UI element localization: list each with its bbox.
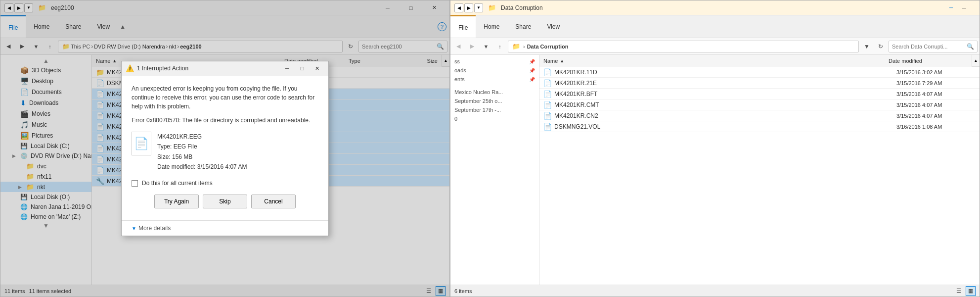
right-nav-forward[interactable]: ▶ [466, 41, 478, 52]
right-tab-share[interactable]: Share [507, 15, 539, 38]
right-file-date: 3/15/2016 4:07 AM [896, 102, 976, 108]
try-again-button[interactable]: Try Again [154, 195, 199, 208]
dialog-buttons: Try Again Skip Cancel [132, 195, 318, 208]
file-info-type: Type: EEG File [157, 142, 247, 151]
pin-icon-3[interactable]: 📌 [529, 77, 535, 82]
right-file-date: 3/15/2016 3:02 AM [896, 69, 976, 75]
right-quick-btn-3[interactable]: ▼ [474, 3, 483, 12]
right-path-label: Data Corruption [527, 44, 569, 50]
right-tab-view[interactable]: View [539, 15, 568, 38]
right-list-view-btn[interactable]: ▦ [966, 286, 976, 296]
right-tab-file[interactable]: File [450, 15, 476, 38]
right-folder-icon: 📁 [488, 4, 496, 11]
right-file-name: MK4201KR.11D [554, 69, 896, 76]
table-row[interactable]: 📄 DSKMNG21.VOL 3/16/2016 1:08 AM [539, 121, 980, 132]
checkbox-label[interactable]: Do this for all current items [142, 180, 213, 187]
file-info-size: Size: 156 MB [157, 152, 247, 162]
dialog-title: 1 Interrupted Action [137, 65, 280, 72]
right-addr-dropdown[interactable]: ▼ [861, 41, 873, 52]
table-row[interactable]: 📄 MK4201KR.11D 3/15/2016 3:02 AM [539, 67, 980, 78]
file-info-name: MK4201KR.EEG [157, 132, 247, 142]
right-minimize-btn[interactable]: ─ [953, 0, 976, 15]
right-details-view-btn[interactable]: ☰ [954, 286, 964, 296]
dialog-overlay: ⚠️ 1 Interrupted Action ─ □ ✕ An unexpec… [0, 0, 449, 297]
file-type-icon: 📄 [543, 79, 551, 87]
right-search-input[interactable] [892, 44, 965, 50]
dialog-warning-icon: ⚠️ [126, 64, 134, 72]
right-view-controls: ☰ ▦ [954, 286, 976, 296]
right-file-name: MK4201KR.21E [554, 80, 896, 87]
right-path-sep: › [523, 44, 525, 50]
minimize-all-icon: ─ [949, 5, 953, 10]
dialog-error: Error 0x80070570: The file or directory … [132, 117, 318, 124]
right-file-date: 3/15/2016 4:07 AM [896, 113, 976, 119]
right-quick-access: ◀ ▶ ▼ [454, 3, 483, 12]
file-type-icon: 📄 [543, 90, 551, 98]
file-doc-icon: 📄 [134, 137, 149, 150]
right-title-bar-left: ◀ ▶ ▼ 📁 Data Corruption [454, 3, 941, 12]
right-window-title: Data Corruption [501, 4, 543, 11]
dialog-file-info: 📄 MK4201KR.EEG Type: EEG File Size: 156 … [132, 132, 318, 172]
right-file-list-header: Name ▲ Date modified [539, 55, 972, 67]
right-ribbon: File Home Share View [450, 15, 980, 38]
right-title-bar: ◀ ▶ ▼ 📁 Data Corruption ─ ─ [450, 0, 980, 15]
right-tab-home[interactable]: Home [476, 15, 507, 38]
right-address-path[interactable]: 📁 › Data Corruption [508, 41, 859, 52]
right-nav-up[interactable]: ↑ [494, 41, 506, 52]
right-quick-btn-1[interactable]: ◀ [454, 3, 463, 12]
right-explorer-window: ◀ ▶ ▼ 📁 Data Corruption ─ ─ File Home Sh… [450, 0, 980, 297]
file-type-icon: 📄 [543, 68, 551, 76]
right-nav-back[interactable]: ◀ [452, 41, 464, 52]
pin-icon-1[interactable]: 📌 [529, 59, 535, 64]
pin-icon-2[interactable]: 📌 [529, 68, 535, 73]
right-search-icon[interactable]: 🔍 [967, 43, 974, 50]
right-search-box[interactable]: 🔍 [889, 41, 978, 52]
right-status-bar: 6 items ☰ ▦ [450, 285, 980, 297]
right-file-name: DSKMNG21.VOL [554, 123, 896, 130]
file-type-icon: 📄 [543, 101, 551, 109]
pinned-item-oads: oads 📌 [450, 66, 539, 75]
dialog-title-bar: ⚠️ 1 Interrupted Action ─ □ ✕ [122, 61, 328, 76]
right-col-name-header[interactable]: Name ▲ [543, 58, 889, 64]
right-refresh-btn[interactable]: ↻ [875, 41, 887, 52]
right-scroll-up-arrow[interactable]: ▲ [972, 55, 980, 66]
right-content-area: ss 📌 oads 📌 ents 📌 Mexico Nucleo Ra... S… [450, 55, 980, 285]
right-quick-btn-2[interactable]: ▶ [464, 3, 473, 12]
right-col-date-header[interactable]: Date modified [889, 58, 968, 64]
right-file-date: 3/15/2016 4:07 AM [896, 91, 976, 97]
table-row[interactable]: 📄 MK4201KR.21E 3/15/2016 7:29 AM [539, 78, 980, 89]
dialog-close-btn[interactable]: ✕ [310, 61, 324, 75]
skip-button[interactable]: Skip [203, 195, 247, 208]
table-row[interactable]: 📄 MK4201KR.BFT 3/15/2016 4:07 AM [539, 89, 980, 99]
dialog-restore-btn[interactable]: □ [295, 61, 310, 75]
right-file-list: Name ▲ Date modified ▲ 📄 MK4201KR.11D 3/… [539, 55, 980, 285]
right-panel-text-2: September 25th o... [450, 97, 539, 105]
file-info-date: Date modified: 3/15/2016 4:07 AM [157, 162, 247, 172]
right-file-name: MK4201KR.CN2 [554, 112, 896, 119]
more-details-row[interactable]: ▼ More details [122, 220, 328, 236]
dialog-minimize-btn[interactable]: ─ [280, 61, 295, 75]
ents-label: ents [454, 76, 465, 82]
table-row[interactable]: 📄 MK4201KR.CMT 3/15/2016 4:07 AM [539, 99, 980, 110]
more-details-icon: ▼ [132, 226, 136, 231]
right-sort-arrow-icon: ▲ [560, 58, 564, 63]
right-address-bar: ◀ ▶ ▼ ↑ 📁 › Data Corruption ▼ ↻ 🔍 [450, 38, 980, 55]
cancel-button[interactable]: Cancel [251, 195, 296, 208]
do-this-all-checkbox[interactable] [132, 180, 138, 187]
dialog-body: An unexpected error is keeping you from … [122, 76, 328, 221]
pinned-item-ents: ents 📌 [450, 75, 539, 84]
right-file-date: 3/15/2016 7:29 AM [896, 80, 976, 86]
right-window-controls: ─ [953, 0, 976, 15]
right-panel-text-1: Mexico Nucleo Ra... [450, 88, 539, 97]
right-file-name: MK4201KR.BFT [554, 91, 896, 98]
right-panel-text-3: September 17th -... [450, 105, 539, 114]
dialog-message: An unexpected error is keeping you from … [132, 84, 318, 111]
right-list-scroll-arrows: ▲ [972, 55, 980, 66]
interrupted-action-dialog: ⚠️ 1 Interrupted Action ─ □ ✕ An unexpec… [121, 61, 329, 237]
right-nav-recent[interactable]: ▼ [480, 41, 492, 52]
table-row[interactable]: 📄 MK4201KR.CN2 3/15/2016 4:07 AM [539, 110, 980, 121]
right-sidebar: ss 📌 oads 📌 ents 📌 Mexico Nucleo Ra... S… [450, 55, 539, 285]
right-path-folder-icon: 📁 [512, 43, 520, 50]
spacer [450, 84, 539, 88]
left-explorer-window: ◀ ▶ ▼ 📁 eeg2100 ─ □ ✕ File Home Share Vi… [0, 0, 450, 297]
